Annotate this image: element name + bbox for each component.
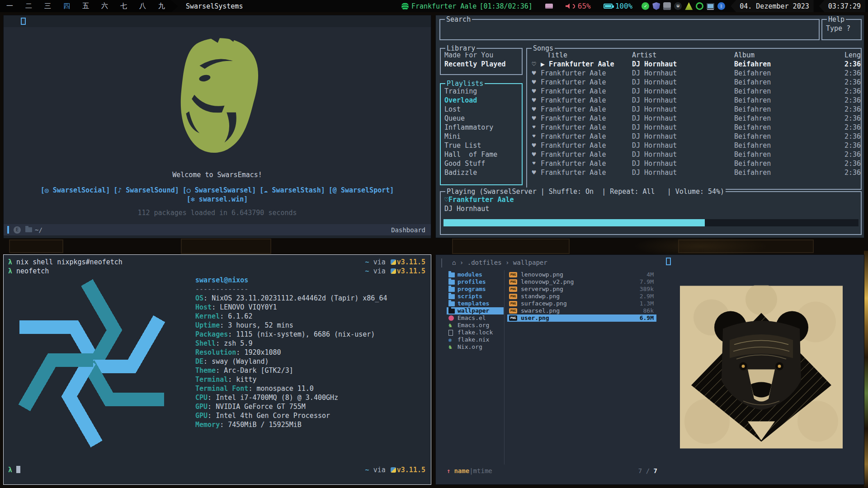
dashboard-link[interactable]: [@ SwarselSport] [329,186,394,194]
file-row[interactable]: templates [447,300,504,307]
file-row[interactable]: programs [447,286,504,293]
sort-field[interactable]: name [454,467,469,474]
workspace-button[interactable]: 九 [158,2,165,10]
workspace-button[interactable]: 五 [82,2,89,10]
tray-icon[interactable] [663,2,671,10]
song-row[interactable]: ♥ Frankfurter Aale DJ Hornhaut Beifahren… [527,141,861,150]
workspace-switcher[interactable]: 一二三四五六七八九 [0,0,171,12]
workspace-button[interactable]: 四 [63,2,70,10]
sort-alt-field[interactable]: mtime [473,467,492,474]
heart-icon[interactable]: ♥ [527,87,541,96]
tray-icon[interactable] [717,2,725,10]
file-row[interactable]: PNG swarsel.png 86k [507,307,656,314]
song-row[interactable]: ♥ Frankfurter Aale DJ Hornhaut Beifahren… [527,105,861,114]
prompt-line-3[interactable]: λ [8,465,20,474]
playlist-item[interactable]: Mini [441,132,522,141]
dashboard-link[interactable]: [○ SwarselSwarsel] [183,186,256,194]
heart-icon[interactable]: ♥ [527,141,541,150]
dashboard-link[interactable]: [☁ SwarselStash] [259,186,325,194]
keyboard-widget[interactable] [542,0,557,12]
tray-icon[interactable] [652,2,660,10]
heart-outline-icon[interactable]: ♡ [444,196,448,204]
song-row[interactable]: ♥ Frankfurter Aale DJ Hornhaut Beifahren… [527,96,861,105]
playlist-item[interactable]: Inflammatory [441,123,522,132]
heart-icon[interactable]: ♡ [527,60,541,69]
heart-icon[interactable]: ♥ [527,132,541,141]
file-row[interactable]: flake.nix [447,336,504,343]
song-row[interactable]: ♥ Frankfurter Aale DJ Hornhaut Beifahren… [527,150,861,159]
playlist-item[interactable]: Badizzle [441,168,522,177]
tray-icon[interactable] [707,3,714,9]
song-row[interactable]: ♡ ▶ Frankfurter Aale DJ Hornhaut Beifahr… [527,60,861,69]
file-row[interactable]: profiles [447,278,504,286]
workspace-button[interactable]: 一 [6,2,13,10]
file-row[interactable]: PNG standwp.png 2.9M [507,293,656,300]
terminal-window[interactable]: λ nix shell nixpkgs#neofetch ~ via v3.11… [3,254,431,485]
tab-indicator-icon[interactable] [666,258,671,265]
song-row[interactable]: ♥ Frankfurter Aale DJ Hornhaut Beifahren… [527,132,861,141]
file-row[interactable]: scripts [447,293,504,300]
sort-direction-icon[interactable]: ↑ [447,467,450,474]
file-manager-window[interactable]: ⌂ › .dotfiles › wallpaper modules profil… [435,254,864,485]
heart-icon[interactable]: ♥ [527,78,541,87]
playlist-item[interactable]: True List [441,141,522,150]
playlist-item[interactable]: Hall of Fame [441,150,522,159]
file-row[interactable]: Emacs.org [447,322,504,329]
tray-icon[interactable] [674,2,682,10]
file-row[interactable]: PNG serverwp.png 389k [507,286,656,293]
playlist-item[interactable]: Good Stuff [441,159,522,168]
volume-widget[interactable]: 65% [562,0,594,12]
heart-icon[interactable]: ♥ [527,123,541,132]
song-row[interactable]: ♥ Frankfurter Aale DJ Hornhaut Beifahren… [527,78,861,87]
scrollbar-thumb[interactable] [441,258,442,267]
library-item[interactable]: Recently Played [441,60,522,69]
file-row[interactable]: flake.lock [447,329,504,336]
heart-icon[interactable]: ♥ [527,168,541,177]
song-row[interactable]: ♥ Frankfurter Aale DJ Hornhaut Beifahren… [527,114,861,123]
emacs-window[interactable]: Welcome to SwarsEmacs! [◎ SwarselSocial]… [3,15,431,238]
song-row[interactable]: ♥ Frankfurter Aale DJ Hornhaut Beifahren… [527,123,861,132]
now-playing-widget[interactable]: Frankfurter Aale [01:38/02:36] [398,0,536,12]
dashboard-link[interactable]: [♪ SwarselSound] [113,186,179,194]
file-row[interactable]: wallpaper [447,307,504,314]
music-player-window[interactable]: Search Help Type ? Library Made For YouR… [435,15,864,238]
dashboard-link[interactable]: [◎ SwarselSocial] [41,186,110,194]
heart-icon[interactable]: ♥ [527,105,541,114]
workspace-button[interactable]: 六 [101,2,108,10]
workspace-button[interactable]: 二 [25,2,32,10]
workspace-button[interactable]: 七 [120,2,127,10]
workspace-button[interactable]: 三 [44,2,51,10]
dashboard-link-swarsel-win[interactable]: [✻ swarsel.win] [187,195,248,203]
heart-icon[interactable]: ♥ [527,150,541,159]
heart-icon[interactable]: ♥ [527,69,541,78]
tray-icon[interactable] [642,2,649,10]
file-row[interactable]: PNG lenovowp.png 4M [507,271,656,278]
workspace-button[interactable]: 八 [139,2,146,10]
heart-icon[interactable]: ♥ [527,114,541,123]
playlist-item[interactable]: Training [441,87,522,96]
heart-icon[interactable]: ♥ [527,96,541,105]
tray-icon[interactable] [696,2,703,10]
file-row[interactable]: PNG user.png 6.9M [507,314,656,322]
song-row[interactable]: ♥ Frankfurter Aale DJ Hornhaut Beifahren… [527,87,861,96]
battery-widget[interactable]: 100% [600,0,637,12]
breadcrumb[interactable]: ⌂ › .dotfiles › wallpaper [452,259,547,266]
song-row[interactable]: ♥ Frankfurter Aale DJ Hornhaut Beifahren… [527,69,861,78]
file-row[interactable]: PNG lenovowp_v2.png 7.9M [507,278,656,286]
file-row[interactable]: Emacs.el [447,314,504,322]
tray-icon[interactable] [685,2,693,10]
song-row[interactable]: ♥ Frankfurter Aale DJ Hornhaut Beifahren… [527,168,861,177]
song-row[interactable]: ♥ Frankfurter Aale DJ Hornhaut Beifahren… [527,159,861,168]
file-row[interactable]: PNG surfacewp.png 1.3M [507,300,656,307]
playlist-item[interactable]: Overload [441,96,522,105]
playlist-item[interactable]: Lost [441,105,522,114]
clock-display: 03:37:29 [819,0,865,12]
playlist-item[interactable]: Queue [441,114,522,123]
file-row[interactable]: modules [447,271,504,278]
file-row[interactable]: Nix.org [447,343,504,351]
search-box[interactable]: Search [439,19,820,40]
tab-indicator-icon[interactable] [21,18,26,25]
file-size: 7.9M [640,278,656,286]
progress-bar[interactable] [443,219,859,226]
heart-icon[interactable]: ♥ [527,159,541,168]
